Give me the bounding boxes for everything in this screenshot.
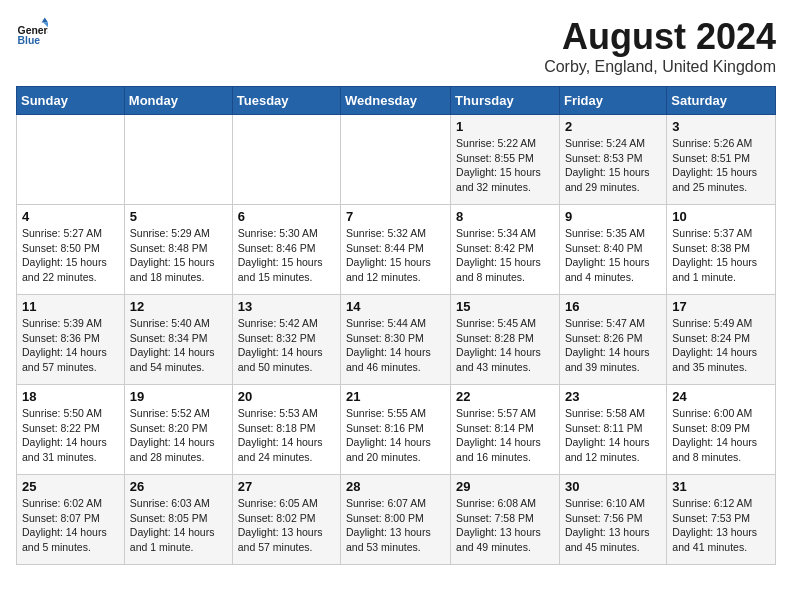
calendar-day-cell: 2Sunrise: 5:24 AM Sunset: 8:53 PM Daylig…: [559, 115, 666, 205]
day-number: 10: [672, 209, 770, 224]
day-number: 18: [22, 389, 119, 404]
logo: General Blue: [16, 16, 48, 48]
calendar-day-cell: 1Sunrise: 5:22 AM Sunset: 8:55 PM Daylig…: [451, 115, 560, 205]
svg-text:Blue: Blue: [18, 35, 41, 46]
day-of-week-header: Sunday: [17, 87, 125, 115]
calendar-day-cell: 27Sunrise: 6:05 AM Sunset: 8:02 PM Dayli…: [232, 475, 340, 565]
calendar-table: SundayMondayTuesdayWednesdayThursdayFrid…: [16, 86, 776, 565]
location: Corby, England, United Kingdom: [544, 58, 776, 76]
calendar-day-cell: 8Sunrise: 5:34 AM Sunset: 8:42 PM Daylig…: [451, 205, 560, 295]
calendar-day-cell: 21Sunrise: 5:55 AM Sunset: 8:16 PM Dayli…: [341, 385, 451, 475]
calendar-day-cell: 19Sunrise: 5:52 AM Sunset: 8:20 PM Dayli…: [124, 385, 232, 475]
day-info: Sunrise: 5:29 AM Sunset: 8:48 PM Dayligh…: [130, 226, 227, 285]
day-of-week-header: Saturday: [667, 87, 776, 115]
day-info: Sunrise: 5:37 AM Sunset: 8:38 PM Dayligh…: [672, 226, 770, 285]
calendar-day-cell: 4Sunrise: 5:27 AM Sunset: 8:50 PM Daylig…: [17, 205, 125, 295]
calendar-day-cell: 6Sunrise: 5:30 AM Sunset: 8:46 PM Daylig…: [232, 205, 340, 295]
day-of-week-header: Thursday: [451, 87, 560, 115]
calendar-day-cell: 18Sunrise: 5:50 AM Sunset: 8:22 PM Dayli…: [17, 385, 125, 475]
day-info: Sunrise: 5:42 AM Sunset: 8:32 PM Dayligh…: [238, 316, 335, 375]
svg-text:General: General: [18, 25, 48, 36]
day-info: Sunrise: 5:53 AM Sunset: 8:18 PM Dayligh…: [238, 406, 335, 465]
day-info: Sunrise: 5:55 AM Sunset: 8:16 PM Dayligh…: [346, 406, 445, 465]
day-info: Sunrise: 5:45 AM Sunset: 8:28 PM Dayligh…: [456, 316, 554, 375]
day-info: Sunrise: 5:32 AM Sunset: 8:44 PM Dayligh…: [346, 226, 445, 285]
calendar-day-cell: 23Sunrise: 5:58 AM Sunset: 8:11 PM Dayli…: [559, 385, 666, 475]
day-number: 20: [238, 389, 335, 404]
day-info: Sunrise: 6:05 AM Sunset: 8:02 PM Dayligh…: [238, 496, 335, 555]
day-number: 24: [672, 389, 770, 404]
day-number: 8: [456, 209, 554, 224]
day-info: Sunrise: 5:34 AM Sunset: 8:42 PM Dayligh…: [456, 226, 554, 285]
calendar-day-cell: 28Sunrise: 6:07 AM Sunset: 8:00 PM Dayli…: [341, 475, 451, 565]
calendar-day-cell: 24Sunrise: 6:00 AM Sunset: 8:09 PM Dayli…: [667, 385, 776, 475]
day-number: 30: [565, 479, 661, 494]
calendar-week-row: 1Sunrise: 5:22 AM Sunset: 8:55 PM Daylig…: [17, 115, 776, 205]
calendar-day-cell: [17, 115, 125, 205]
day-info: Sunrise: 5:58 AM Sunset: 8:11 PM Dayligh…: [565, 406, 661, 465]
day-number: 6: [238, 209, 335, 224]
calendar-week-row: 4Sunrise: 5:27 AM Sunset: 8:50 PM Daylig…: [17, 205, 776, 295]
day-info: Sunrise: 5:39 AM Sunset: 8:36 PM Dayligh…: [22, 316, 119, 375]
day-number: 23: [565, 389, 661, 404]
calendar-day-cell: 7Sunrise: 5:32 AM Sunset: 8:44 PM Daylig…: [341, 205, 451, 295]
day-info: Sunrise: 5:30 AM Sunset: 8:46 PM Dayligh…: [238, 226, 335, 285]
day-of-week-header: Monday: [124, 87, 232, 115]
calendar-day-cell: 10Sunrise: 5:37 AM Sunset: 8:38 PM Dayli…: [667, 205, 776, 295]
day-number: 9: [565, 209, 661, 224]
calendar-header-row: SundayMondayTuesdayWednesdayThursdayFrid…: [17, 87, 776, 115]
day-number: 22: [456, 389, 554, 404]
day-info: Sunrise: 5:40 AM Sunset: 8:34 PM Dayligh…: [130, 316, 227, 375]
day-of-week-header: Friday: [559, 87, 666, 115]
day-number: 27: [238, 479, 335, 494]
day-number: 21: [346, 389, 445, 404]
calendar-day-cell: 12Sunrise: 5:40 AM Sunset: 8:34 PM Dayli…: [124, 295, 232, 385]
calendar-day-cell: 3Sunrise: 5:26 AM Sunset: 8:51 PM Daylig…: [667, 115, 776, 205]
calendar-day-cell: 30Sunrise: 6:10 AM Sunset: 7:56 PM Dayli…: [559, 475, 666, 565]
day-number: 15: [456, 299, 554, 314]
day-info: Sunrise: 5:44 AM Sunset: 8:30 PM Dayligh…: [346, 316, 445, 375]
calendar-day-cell: [232, 115, 340, 205]
calendar-day-cell: 26Sunrise: 6:03 AM Sunset: 8:05 PM Dayli…: [124, 475, 232, 565]
day-info: Sunrise: 5:57 AM Sunset: 8:14 PM Dayligh…: [456, 406, 554, 465]
day-number: 19: [130, 389, 227, 404]
calendar-week-row: 25Sunrise: 6:02 AM Sunset: 8:07 PM Dayli…: [17, 475, 776, 565]
month-title: August 2024: [544, 16, 776, 58]
calendar-day-cell: 20Sunrise: 5:53 AM Sunset: 8:18 PM Dayli…: [232, 385, 340, 475]
day-info: Sunrise: 6:03 AM Sunset: 8:05 PM Dayligh…: [130, 496, 227, 555]
day-info: Sunrise: 5:27 AM Sunset: 8:50 PM Dayligh…: [22, 226, 119, 285]
title-section: August 2024 Corby, England, United Kingd…: [544, 16, 776, 76]
day-info: Sunrise: 6:07 AM Sunset: 8:00 PM Dayligh…: [346, 496, 445, 555]
day-info: Sunrise: 5:35 AM Sunset: 8:40 PM Dayligh…: [565, 226, 661, 285]
calendar-day-cell: 15Sunrise: 5:45 AM Sunset: 8:28 PM Dayli…: [451, 295, 560, 385]
day-info: Sunrise: 5:24 AM Sunset: 8:53 PM Dayligh…: [565, 136, 661, 195]
day-number: 29: [456, 479, 554, 494]
day-info: Sunrise: 6:02 AM Sunset: 8:07 PM Dayligh…: [22, 496, 119, 555]
day-number: 28: [346, 479, 445, 494]
day-number: 31: [672, 479, 770, 494]
calendar-day-cell: 17Sunrise: 5:49 AM Sunset: 8:24 PM Dayli…: [667, 295, 776, 385]
logo-icon: General Blue: [16, 16, 48, 48]
day-info: Sunrise: 5:22 AM Sunset: 8:55 PM Dayligh…: [456, 136, 554, 195]
calendar-day-cell: 25Sunrise: 6:02 AM Sunset: 8:07 PM Dayli…: [17, 475, 125, 565]
day-number: 16: [565, 299, 661, 314]
day-of-week-header: Tuesday: [232, 87, 340, 115]
calendar-day-cell: 5Sunrise: 5:29 AM Sunset: 8:48 PM Daylig…: [124, 205, 232, 295]
day-info: Sunrise: 6:00 AM Sunset: 8:09 PM Dayligh…: [672, 406, 770, 465]
day-number: 3: [672, 119, 770, 134]
day-info: Sunrise: 5:52 AM Sunset: 8:20 PM Dayligh…: [130, 406, 227, 465]
day-number: 14: [346, 299, 445, 314]
day-info: Sunrise: 6:12 AM Sunset: 7:53 PM Dayligh…: [672, 496, 770, 555]
calendar-day-cell: 22Sunrise: 5:57 AM Sunset: 8:14 PM Dayli…: [451, 385, 560, 475]
calendar-day-cell: [341, 115, 451, 205]
day-number: 25: [22, 479, 119, 494]
calendar-day-cell: 11Sunrise: 5:39 AM Sunset: 8:36 PM Dayli…: [17, 295, 125, 385]
day-number: 7: [346, 209, 445, 224]
calendar-day-cell: 16Sunrise: 5:47 AM Sunset: 8:26 PM Dayli…: [559, 295, 666, 385]
day-info: Sunrise: 5:50 AM Sunset: 8:22 PM Dayligh…: [22, 406, 119, 465]
day-of-week-header: Wednesday: [341, 87, 451, 115]
calendar-day-cell: 13Sunrise: 5:42 AM Sunset: 8:32 PM Dayli…: [232, 295, 340, 385]
calendar-day-cell: 14Sunrise: 5:44 AM Sunset: 8:30 PM Dayli…: [341, 295, 451, 385]
day-info: Sunrise: 6:10 AM Sunset: 7:56 PM Dayligh…: [565, 496, 661, 555]
calendar-day-cell: 9Sunrise: 5:35 AM Sunset: 8:40 PM Daylig…: [559, 205, 666, 295]
